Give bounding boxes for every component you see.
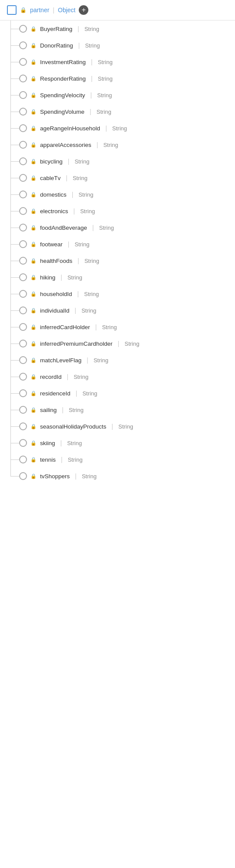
field-name: matchLevelFlag	[40, 357, 81, 364]
list-item: 🔒residenceId|String	[19, 385, 231, 402]
radio-button[interactable]	[19, 124, 27, 132]
field-lock-icon: 🔒	[30, 26, 37, 32]
list-item: 🔒recordId|String	[19, 368, 231, 385]
type-divider: |	[61, 456, 63, 463]
field-lock-icon: 🔒	[30, 275, 37, 280]
field-lock-icon: 🔒	[30, 208, 37, 214]
radio-button[interactable]	[19, 191, 27, 198]
field-lock-icon: 🔒	[30, 175, 37, 181]
list-item: 🔒ResponderRating|String	[19, 70, 231, 87]
list-item: 🔒cableTv|String	[19, 170, 231, 186]
field-name: ageRangeInHousehold	[40, 125, 100, 132]
radio-button[interactable]	[19, 323, 27, 331]
radio-button[interactable]	[19, 257, 27, 265]
field-type: String	[73, 175, 87, 181]
radio-button[interactable]	[19, 290, 27, 298]
type-divider: |	[118, 340, 120, 347]
list-item: 🔒apparelAccessories|String	[19, 136, 231, 153]
radio-button[interactable]	[19, 174, 27, 182]
field-name: BuyerRating	[40, 26, 72, 32]
radio-button[interactable]	[19, 41, 27, 49]
header-divider: |	[53, 7, 54, 14]
field-lock-icon: 🔒	[30, 407, 37, 413]
radio-button[interactable]	[19, 108, 27, 116]
field-lock-icon: 🔒	[30, 473, 37, 479]
field-name: tvShoppers	[40, 473, 70, 480]
field-name: sailing	[40, 407, 57, 413]
field-type: String	[97, 109, 111, 115]
list-item: 🔒householdId|String	[19, 286, 231, 302]
radio-button[interactable]	[19, 406, 27, 414]
radio-button[interactable]	[19, 75, 27, 82]
radio-button[interactable]	[19, 340, 27, 347]
field-type: String	[81, 307, 96, 314]
type-divider: |	[90, 108, 91, 115]
type-divider: |	[68, 158, 70, 165]
radio-button[interactable]	[19, 389, 27, 397]
radio-button[interactable]	[19, 273, 27, 281]
type-divider: |	[87, 357, 88, 364]
field-type: String	[112, 125, 127, 132]
type-divider: |	[111, 423, 113, 430]
field-name: bicycling	[40, 158, 63, 165]
type-divider: |	[66, 174, 67, 181]
field-name: householdId	[40, 291, 72, 297]
type-divider: |	[76, 390, 77, 397]
type-divider: |	[77, 25, 79, 32]
radio-button[interactable]	[19, 157, 27, 165]
field-name: SpendingVelocity	[40, 92, 85, 99]
type-divider: |	[91, 92, 92, 99]
field-type: String	[80, 208, 95, 214]
field-type: String	[67, 440, 82, 446]
radio-button[interactable]	[19, 472, 27, 480]
lock-icon: 🔒	[20, 7, 27, 13]
list-item: 🔒SpendingVelocity|String	[19, 87, 231, 103]
field-type: String	[74, 241, 89, 248]
radio-button[interactable]	[19, 207, 27, 215]
field-lock-icon: 🔒	[30, 357, 37, 363]
field-lock-icon: 🔒	[30, 291, 37, 297]
field-lock-icon: 🔒	[30, 308, 37, 313]
radio-button[interactable]	[19, 240, 27, 248]
type-divider: |	[75, 307, 77, 314]
radio-button[interactable]	[19, 356, 27, 364]
type-divider: |	[105, 125, 107, 132]
radio-button[interactable]	[19, 25, 27, 33]
field-type: String	[102, 324, 117, 330]
field-type: String	[68, 456, 83, 463]
radio-button[interactable]	[19, 306, 27, 314]
partner-label: partner	[30, 7, 49, 14]
field-lock-icon: 🔒	[30, 126, 37, 131]
radio-button[interactable]	[19, 224, 27, 231]
list-item: 🔒seasonalHolidayProducts|String	[19, 418, 231, 435]
field-type: String	[118, 423, 133, 430]
radio-button[interactable]	[19, 456, 27, 463]
list-item: 🔒InvestmentRating|String	[19, 54, 231, 70]
field-name: tennis	[40, 456, 56, 463]
list-item: 🔒hiking|String	[19, 269, 231, 286]
list-item: 🔒domestics|String	[19, 186, 231, 203]
radio-button[interactable]	[19, 91, 27, 99]
field-lock-icon: 🔒	[30, 159, 37, 164]
radio-button[interactable]	[19, 439, 27, 447]
radio-button[interactable]	[19, 58, 27, 66]
field-type: String	[85, 42, 100, 49]
field-name: footwear	[40, 241, 63, 248]
field-type: String	[103, 142, 118, 148]
radio-button[interactable]	[19, 141, 27, 149]
type-divider: |	[75, 473, 77, 480]
radio-button[interactable]	[19, 373, 27, 381]
list-item: 🔒individualId|String	[19, 302, 231, 319]
field-name: apparelAccessories	[40, 142, 91, 148]
radio-button[interactable]	[19, 422, 27, 430]
field-name: inferredPremiumCardholder	[40, 340, 113, 347]
field-name: foodAndBeverage	[40, 225, 87, 231]
field-type: String	[74, 158, 89, 165]
field-type: String	[69, 407, 84, 413]
add-button[interactable]: +	[79, 5, 88, 15]
field-name: SpendingVolume	[40, 109, 84, 115]
field-name: individualId	[40, 307, 70, 314]
header-checkbox[interactable]	[7, 5, 17, 15]
list-item: 🔒ageRangeInHousehold|String	[19, 120, 231, 136]
field-lock-icon: 🔒	[30, 142, 37, 148]
